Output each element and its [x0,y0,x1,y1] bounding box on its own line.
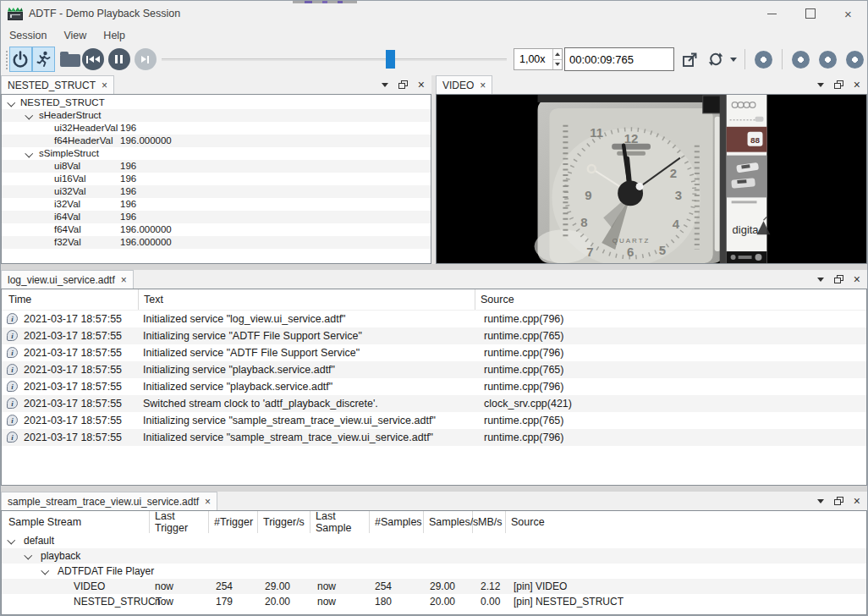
log-source: runtime.cpp(765) [484,412,564,429]
tree-row[interactable]: f32Val 196.000000 [2,236,431,249]
dock-close-icon[interactable]: × [418,79,425,91]
col-last-sample[interactable]: Last Sample [310,511,370,533]
col-sample-stream[interactable]: Sample Stream [2,511,150,533]
tree-row[interactable]: i32Val 196 [2,198,431,211]
expand-chevron-icon[interactable] [25,112,33,119]
dock-menu-icon[interactable] [817,83,824,87]
col-source[interactable]: Source [506,511,866,533]
log-text: Initialized service "ADTF File Support S… [143,344,360,361]
seek-slider[interactable] [162,49,507,69]
toolbar-grip[interactable] [4,49,8,69]
tab-video[interactable]: VIDEO × [436,75,492,94]
tree-row[interactable]: sHeaderStruct [2,109,431,122]
open-file-button[interactable] [60,47,80,72]
tree-row[interactable]: f64HeaderVal 196.000000 [2,135,431,147]
trace-row[interactable]: playback [2,548,866,564]
pause-button[interactable] [108,48,130,70]
tree-row[interactable]: ui32HeaderVal 196 [2,122,431,135]
expand-chevron-icon[interactable] [41,567,49,575]
trace-row[interactable]: ADTFDAT File Player [2,564,866,579]
col-header-source[interactable]: Source [475,289,866,310]
log-row[interactable]: i 2021-03-17 18:57:55 Initializing servi… [2,327,866,344]
playback-speed-input[interactable] [514,49,552,69]
tree-row[interactable]: ui16Val 196 [2,173,431,185]
run-toggle-button[interactable] [32,47,55,72]
maximize-button[interactable] [791,1,829,26]
col-last-trigger[interactable]: Last Trigger [150,511,209,533]
step-forward-button[interactable] [135,48,157,70]
col-num-samples[interactable]: #Samples [370,511,424,533]
menu-view[interactable]: View [55,26,95,45]
trace-row[interactable]: NESTED_STRUCT now 179 20.00 now 180 20.0… [2,594,866,609]
menu-session[interactable]: Session [1,26,55,45]
record-button-4[interactable] [846,51,864,69]
col-num-trigger[interactable]: #Trigger [209,511,258,533]
dock-float-icon[interactable] [834,275,843,283]
horizontal-splitter[interactable] [1,486,867,492]
speed-decrease-button[interactable] [553,60,562,70]
tab-nested-struct[interactable]: NESTED_STRUCT × [1,75,114,94]
expand-chevron-icon[interactable] [25,552,32,559]
seek-slider-handle[interactable] [386,50,395,69]
record-button-1[interactable] [755,51,772,69]
log-row[interactable]: i 2021-03-17 18:57:55 Initialized servic… [2,344,866,361]
runner-icon [34,50,52,69]
playback-time-input[interactable] [565,52,673,67]
tab-close-icon[interactable]: × [121,275,127,285]
dock-float-icon[interactable] [834,80,843,89]
log-row[interactable]: i 2021-03-17 18:57:55 Initializing servi… [2,361,866,378]
tab-close-icon[interactable]: × [102,80,107,91]
tree-row[interactable]: ui32Val 196 [2,185,431,198]
log-time: 2021-03-17 18:57:55 [24,327,122,344]
close-button[interactable]: × [829,1,867,26]
log-row[interactable]: i 2021-03-17 18:57:55 Initialized servic… [2,311,866,327]
cell-mb-per-s: 2.12 [481,579,500,594]
tree-row[interactable]: f64Val 196.000000 [2,223,431,236]
playback-speed-spinbox[interactable] [514,48,563,70]
stream-label: NESTED_STRUCT [74,594,162,609]
col-trigger-per-s[interactable]: Trigger/s [258,511,310,533]
dock-float-icon[interactable] [398,80,408,89]
loop-mode-dropdown[interactable] [727,47,739,71]
col-header-time[interactable]: Time [2,289,139,310]
tree-row[interactable]: NESTED_STRUCT [2,96,431,109]
speed-increase-button[interactable] [553,49,562,60]
tab-trace-view[interactable]: sample_stream_trace_view.ui_service.adtf… [1,492,217,510]
skip-to-start-button[interactable] [82,48,104,70]
tree-row[interactable]: i64Val 196 [2,211,431,223]
dock-close-icon[interactable]: × [854,273,860,285]
col-header-text[interactable]: Text [139,289,475,310]
log-text: Initializing service "playback.service.a… [143,361,335,378]
dock-menu-icon[interactable] [817,499,824,503]
dock-close-icon[interactable]: × [854,79,860,91]
record-button-2[interactable] [792,51,810,69]
dock-menu-icon[interactable] [382,83,388,87]
tree-row[interactable]: ui8Val 196 [2,160,431,173]
export-button[interactable] [679,47,701,71]
col-samples-per-s[interactable]: Samples/s [424,511,473,533]
tree-row[interactable]: sSimpleStruct [2,147,431,160]
trace-row[interactable]: default [2,533,866,548]
expand-chevron-icon[interactable] [8,99,15,107]
log-row[interactable]: i 2021-03-17 18:57:55 Initializing servi… [2,412,866,429]
loop-button[interactable] [705,47,727,71]
dock-menu-icon[interactable] [817,278,824,282]
log-row[interactable]: i 2021-03-17 18:57:55 Initialized servic… [2,429,866,446]
tab-log-view[interactable]: log_view.ui_service.adtf × [1,270,134,289]
expand-chevron-icon[interactable] [8,536,15,544]
dock-close-icon[interactable]: × [854,495,860,507]
tab-close-icon[interactable]: × [205,497,211,507]
expand-chevron-icon[interactable] [25,150,33,157]
trace-row[interactable]: VIDEO now 254 29.00 now 254 29.00 2.12 [… [2,579,866,594]
record-button-3[interactable] [819,51,837,69]
minimize-button[interactable] [753,1,791,26]
tab-close-icon[interactable]: × [480,80,486,91]
dock-float-icon[interactable] [834,497,843,505]
playback-time-field[interactable] [564,47,674,71]
horizontal-splitter[interactable] [1,264,867,270]
log-row[interactable]: i 2021-03-17 18:57:55 Initialized servic… [2,378,866,395]
log-row[interactable]: i 2021-03-17 18:57:55 Switched stream cl… [2,395,866,412]
power-toggle-button[interactable] [9,47,32,72]
col-mb-per-s[interactable]: MB/s [473,511,506,533]
menu-help[interactable]: Help [95,26,134,45]
